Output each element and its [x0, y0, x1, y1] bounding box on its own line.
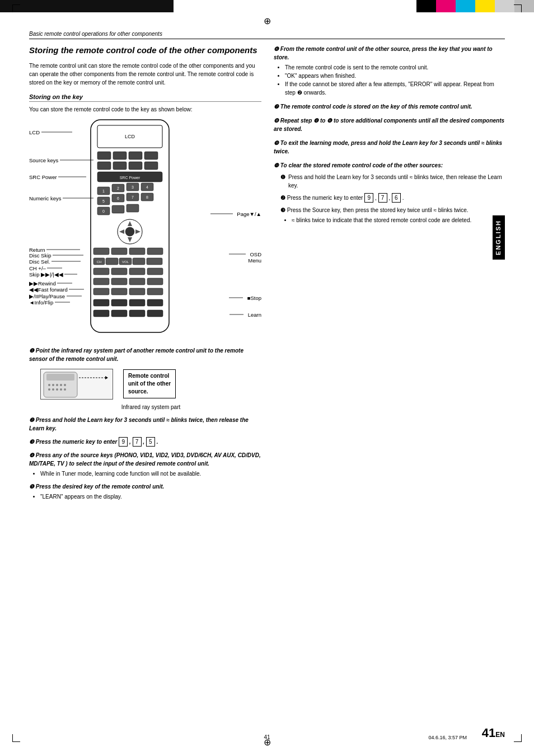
svg-rect-66	[93, 310, 109, 317]
sub-step-c-bullets: ≈ blinks twice to indicate that the stor…	[292, 216, 505, 224]
label-osd-menu: OSDMenu	[229, 251, 261, 264]
step-4-num: ❹	[29, 452, 34, 458]
color-lighter	[514, 0, 534, 12]
sub-step-b-key1: 9	[364, 193, 373, 203]
color-light	[495, 0, 514, 12]
svg-rect-7	[97, 162, 111, 170]
two-col-layout: Storing the remote control code of the o…	[29, 45, 505, 505]
infra-remote-image	[40, 369, 113, 400]
svg-text:0: 0	[102, 209, 105, 213]
svg-rect-56	[129, 278, 145, 285]
label-stop: ■Stop	[229, 295, 261, 301]
svg-point-92	[60, 384, 62, 386]
svg-point-96	[56, 388, 58, 391]
storing-on-key-title: Storing on the key	[29, 93, 261, 102]
svg-text:CH: CH	[97, 260, 102, 264]
step-6-text: From the remote control unit of the othe…	[274, 46, 493, 60]
section-header: Basic remote control operations for othe…	[29, 31, 505, 39]
crop-tr-h	[514, 4, 522, 5]
step-3-key2: 7	[133, 437, 142, 447]
sub-step-b-text: Press the numeric key to enter	[287, 195, 364, 201]
sub-step-b-key2: 7	[378, 193, 387, 203]
svg-rect-88	[46, 374, 74, 381]
storing-sub-text: You can store the remote control code to…	[29, 106, 261, 112]
right-column: ❻ From the remote control unit of the ot…	[274, 45, 505, 505]
svg-point-89	[48, 384, 50, 386]
color-cyan	[456, 0, 475, 12]
svg-rect-45	[106, 258, 118, 265]
main-title: Storing the remote control code of the o…	[29, 45, 261, 56]
step-3-text: Press the numeric key to enter	[36, 439, 119, 445]
step-2-text: Press and hold the Learn key for 3 secon…	[29, 417, 249, 431]
label-learn: Learn	[229, 312, 261, 318]
svg-rect-63	[111, 299, 127, 306]
top-bar	[0, 0, 534, 12]
step-6: ❻ From the remote control unit of the ot…	[274, 45, 505, 97]
sub-step-c-num: ❸	[280, 207, 285, 213]
step-7-num: ❼	[274, 104, 279, 110]
sub-step-a-text: Press and hold the Learn key for 3 secon…	[288, 173, 505, 190]
crop-tl-v	[12, 4, 13, 12]
color-yellow	[475, 0, 495, 12]
step-6-bullet-1: The remote control code is sent to the r…	[285, 63, 505, 72]
crop-bl-v	[12, 734, 13, 742]
step-9: ❾ To exit the learning mode, press and h…	[274, 139, 505, 156]
step-5-num: ❺	[29, 483, 34, 490]
svg-rect-8	[113, 162, 127, 170]
step-4: ❹ Press any of the source keys (PHONO, V…	[29, 451, 261, 478]
step-3: ❸ Press the numeric key to enter 9 , 7 ,…	[29, 437, 261, 447]
page-wrapper: ⊕ Basic remote control operations for ot…	[0, 0, 534, 756]
svg-point-91	[56, 384, 58, 386]
color-magenta	[436, 0, 456, 12]
step-7-text: The remote control code is stored on the…	[280, 104, 472, 110]
svg-rect-64	[129, 299, 145, 306]
svg-rect-51	[111, 268, 127, 275]
step-4-text: Press any of the source keys (PHONO, VID…	[29, 452, 261, 467]
svg-rect-4	[113, 152, 127, 159]
label-info-flip: ◄Info/Flip	[29, 299, 73, 306]
svg-point-95	[52, 388, 54, 391]
svg-point-93	[64, 384, 66, 386]
svg-rect-3	[97, 152, 111, 159]
left-column: Storing the remote control code of the o…	[29, 45, 261, 505]
crop-bl-h	[12, 741, 20, 742]
svg-text:LCD: LCD	[125, 134, 135, 139]
step-4-bullet-1: While in Tuner mode, learning code funct…	[40, 469, 261, 478]
svg-rect-5	[129, 152, 142, 159]
svg-rect-65	[147, 299, 163, 306]
label-source-keys: Source keys	[29, 157, 96, 163]
binding-mark-top: ⊕	[264, 16, 271, 26]
svg-rect-57	[147, 278, 163, 285]
label-disc-sel: Disc Sel.	[29, 259, 83, 265]
svg-text:4: 4	[146, 185, 148, 189]
step-6-bullet-2: "OK" appears when finished.	[285, 72, 505, 80]
svg-rect-58	[93, 288, 109, 295]
sub-step-c: ❸ Press the Source key, then press the s…	[280, 206, 505, 224]
step-2: ❷ Press and hold the Learn key for 3 sec…	[29, 416, 261, 433]
infra-diagram: Remote control unit of the other source.	[40, 369, 261, 400]
svg-text:SRC Power: SRC Power	[120, 176, 140, 180]
color-black	[416, 0, 436, 12]
step-3-num: ❸	[29, 439, 34, 445]
top-bar-black	[0, 0, 174, 12]
sub-step-c-text: Press the Source key, then press the sto…	[287, 207, 469, 213]
svg-rect-62	[93, 299, 109, 306]
step-10: ❿ To clear the stored remote control cod…	[274, 161, 505, 170]
bottom-date: 04.6.16, 3:57 PM	[428, 735, 467, 740]
svg-text:6: 6	[117, 196, 119, 200]
step-5-bullet-1: "LEARN" appears on the display.	[40, 492, 261, 501]
svg-text:8: 8	[146, 195, 148, 199]
svg-rect-59	[111, 288, 127, 295]
step-4-bullets: While in Tuner mode, learning code funct…	[40, 469, 261, 478]
svg-point-97	[60, 388, 62, 391]
svg-point-94	[48, 388, 50, 391]
label-fast-forward: ◀◀Fast forward	[29, 287, 87, 293]
svg-marker-36	[128, 237, 132, 242]
svg-point-98	[64, 388, 66, 391]
svg-rect-6	[144, 152, 158, 159]
step-7: ❼ The remote control code is stored on t…	[274, 102, 505, 111]
crop-br-v	[521, 734, 522, 742]
svg-rect-68	[129, 310, 145, 317]
svg-rect-49	[147, 258, 162, 265]
step-8-num: ❽	[274, 118, 279, 124]
